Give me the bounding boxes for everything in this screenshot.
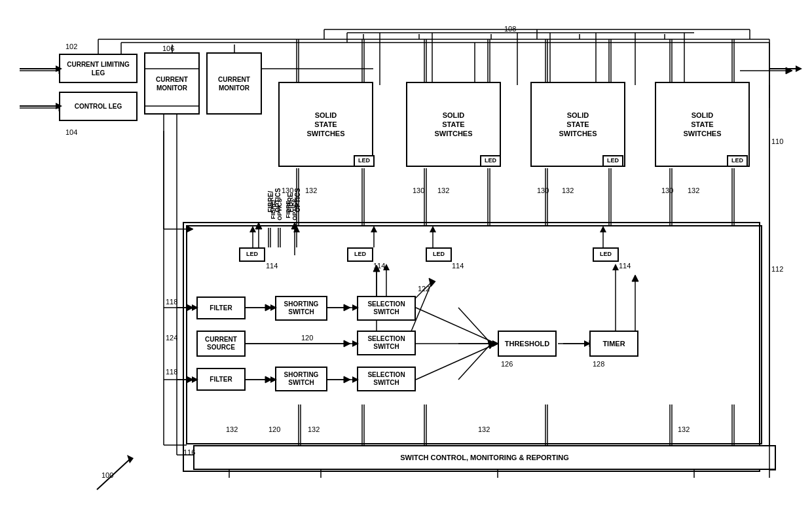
svg-marker-149 — [612, 264, 619, 270]
solid-state-1-box: SOLIDSTATESWITCHES — [278, 82, 373, 167]
led-ss2: LED — [480, 155, 501, 167]
label-100: 100 — [101, 471, 113, 479]
selection-switch-3-box: SELECTIONSWITCH — [357, 367, 416, 391]
current-source-box: CURRENTSOURCE — [196, 331, 246, 357]
shorting-switch-bottom-box: SHORTINGSWITCH — [275, 367, 327, 391]
label-130-3: 130 — [537, 187, 549, 194]
led-mid-2: LED — [347, 247, 373, 262]
selection-switch-2-box: SELECTIONSWITCH — [357, 331, 416, 355]
svg-marker-38 — [265, 376, 272, 383]
led-ss3: LED — [602, 155, 623, 167]
svg-marker-32 — [187, 304, 193, 311]
diagram: CURRENT LIMITING LEG CONTROL LEG CURRENT… — [0, 0, 812, 521]
label-132-bottom-2: 132 — [308, 425, 320, 433]
svg-line-51 — [458, 308, 491, 344]
label-126: 126 — [501, 360, 513, 368]
label-104: 104 — [65, 128, 77, 136]
label-120-1: 120 — [301, 334, 313, 342]
svg-marker-36 — [265, 304, 272, 311]
label-130-2: 130 — [413, 187, 424, 194]
svg-marker-52 — [488, 340, 494, 349]
svg-marker-40 — [344, 304, 350, 311]
led-ss1: LED — [354, 155, 375, 167]
label-110: 110 — [771, 137, 783, 145]
filter-bottom-box: FILTER — [196, 368, 246, 391]
led-ss4: LED — [727, 155, 748, 167]
svg-marker-157 — [371, 226, 377, 232]
label-132-3: 132 — [562, 187, 574, 194]
svg-rect-177 — [187, 226, 762, 444]
label-106: 106 — [162, 45, 174, 52]
svg-marker-58 — [632, 275, 638, 281]
svg-marker-159 — [430, 226, 436, 232]
label-118-1: 118 — [166, 298, 177, 306]
selection-switch-1-box: SELECTIONSWITCH — [357, 296, 416, 321]
label-124: 124 — [166, 334, 177, 342]
led-mid-1: LED — [239, 247, 265, 262]
svg-marker-76 — [796, 65, 802, 72]
label-132-bottom-3: 132 — [478, 425, 490, 433]
svg-marker-34 — [187, 376, 193, 383]
svg-marker-153 — [249, 226, 256, 232]
solid-state-3-box: SOLIDSTATESWITCHES — [530, 82, 625, 167]
svg-marker-5 — [786, 67, 792, 74]
svg-line-145 — [416, 344, 496, 380]
switch-control-box: SWITCH CONTROL, MONITORING & REPORTING — [193, 445, 776, 470]
timer-box: TIMER — [589, 331, 638, 357]
label-114-1: 114 — [266, 262, 278, 270]
label-130-4: 130 — [661, 187, 673, 194]
label-114-4: 114 — [619, 262, 631, 270]
control-leg-box: CONTROL LEG — [59, 92, 138, 121]
label-102: 102 — [65, 43, 77, 50]
label-132-2: 132 — [437, 187, 449, 194]
label-132-bottom-1: 132 — [226, 425, 238, 433]
threshold-box: THRESHOLD — [498, 331, 557, 357]
svg-marker-44 — [344, 340, 350, 347]
label-112: 112 — [771, 265, 783, 273]
label-132-4: 132 — [688, 187, 699, 194]
filter-top-box: FILTER — [196, 296, 246, 319]
svg-marker-30 — [187, 226, 193, 232]
svg-marker-183 — [127, 455, 134, 463]
led-mid-4: LED — [593, 247, 619, 262]
label-120-2: 120 — [268, 425, 280, 433]
svg-line-54 — [458, 344, 491, 380]
svg-rect-68 — [183, 223, 760, 471]
current-limiting-leg-box: CURRENT LIMITING LEG — [59, 54, 138, 83]
label-122: 122 — [418, 285, 430, 293]
fibre-optics-text-2: FIBREOPTICS — [285, 190, 298, 229]
svg-marker-60 — [255, 223, 262, 229]
label-114-3: 114 — [452, 262, 464, 270]
label-132-bottom-4: 132 — [678, 425, 690, 433]
shorting-switch-top-box: SHORTINGSWITCH — [275, 296, 327, 321]
label-108: 108 — [504, 25, 516, 33]
solid-state-4-box: SOLIDSTATESWITCHES — [655, 82, 750, 167]
current-monitor-1-box: CURRENTMONITOR — [144, 52, 200, 115]
label-116: 116 — [183, 448, 195, 456]
label-118-2: 118 — [166, 368, 177, 376]
solid-state-2-box: SOLIDSTATESWITCHES — [406, 82, 501, 167]
svg-marker-161 — [600, 226, 606, 232]
label-128: 128 — [593, 360, 604, 368]
svg-marker-42 — [344, 376, 350, 383]
led-mid-3: LED — [426, 247, 452, 262]
current-monitor-2-box: CURRENTMONITOR — [206, 52, 262, 115]
label-132-1: 132 — [305, 187, 317, 194]
svg-line-141 — [416, 308, 496, 344]
label-114-2: 114 — [373, 262, 385, 270]
fibre-optics-text-1: FIBRE/OPTICS — [270, 190, 283, 229]
svg-marker-49 — [429, 278, 435, 287]
